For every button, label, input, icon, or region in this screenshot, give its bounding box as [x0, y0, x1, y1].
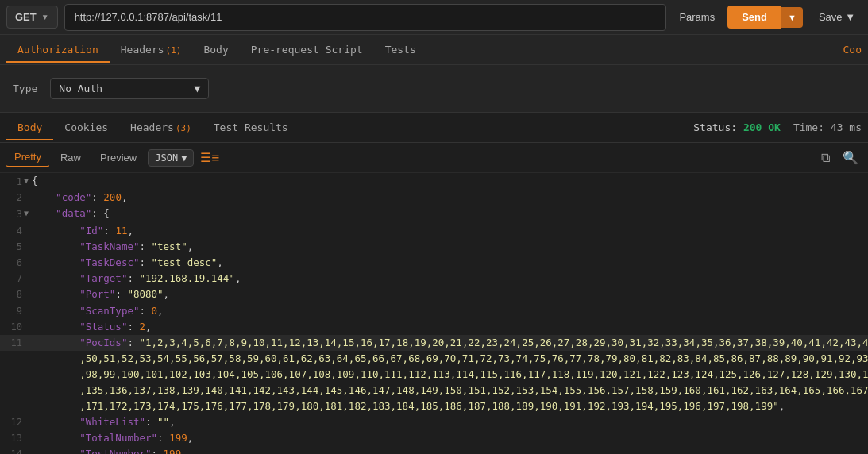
- table-row: ,98,99,100,101,102,103,104,105,106,107,1…: [0, 367, 868, 383]
- line-number: 2: [0, 190, 32, 206]
- cookies-link[interactable]: Coo: [843, 44, 862, 56]
- line-content: "Id": 11,: [32, 223, 868, 239]
- table-row: 9 "ScanType": 0,: [0, 303, 868, 319]
- table-row: 12 "WhiteList": "",: [0, 414, 868, 430]
- url-input[interactable]: [64, 4, 667, 31]
- format-chevron-icon: ▼: [181, 152, 187, 164]
- table-row: 4 "Id": 11,: [0, 223, 868, 239]
- line-content: {: [32, 173, 868, 190]
- auth-section: Type No Auth ▼: [0, 65, 868, 113]
- method-button[interactable]: GET ▼: [6, 6, 58, 29]
- line-number: 1▼: [0, 173, 32, 190]
- save-button[interactable]: Save ▼: [812, 11, 862, 23]
- table-row: ,50,51,52,53,54,55,56,57,58,59,60,61,62,…: [0, 351, 868, 367]
- line-content: "TotalNumber": 199,: [32, 430, 868, 446]
- raw-button[interactable]: Raw: [52, 148, 89, 167]
- response-status: Status: 200 OK: [693, 121, 781, 133]
- line-content: ,98,99,100,101,102,103,104,105,106,107,1…: [32, 367, 868, 383]
- top-bar: GET ▼ Params Send ▼ Save ▼: [0, 0, 868, 35]
- line-content: "Port": "8080",: [32, 287, 868, 302]
- request-tabs: Authorization Headers(1) Body Pre-reques…: [0, 35, 868, 65]
- line-number: 3▼: [0, 206, 32, 222]
- line-content: "TestNumber": 199,: [32, 446, 868, 454]
- line-number: [0, 398, 32, 414]
- line-content: "TaskDesc": "test desc",: [32, 255, 868, 271]
- line-content: "code": 200,: [32, 190, 868, 206]
- line-number: 14: [0, 446, 32, 454]
- line-number: 9: [0, 303, 32, 319]
- line-number: [0, 351, 32, 367]
- tab-response-cookies[interactable]: Cookies: [53, 115, 119, 140]
- tab-response-headers[interactable]: Headers(3): [119, 115, 203, 140]
- method-chevron-icon: ▼: [41, 13, 49, 21]
- status-value: 200 OK: [743, 121, 781, 133]
- line-number: 5: [0, 239, 32, 255]
- line-content: "ScanType": 0,: [32, 303, 868, 319]
- table-row: 5 "TaskName": "test",: [0, 239, 868, 255]
- line-number: 10: [0, 319, 32, 335]
- response-tabs: Body Cookies Headers(3) Test Results Sta…: [0, 113, 868, 143]
- tab-test-results[interactable]: Test Results: [203, 115, 299, 140]
- response-toolbar: Pretty Raw Preview JSON ▼ ☰≡ ⧉ 🔍: [0, 143, 868, 173]
- line-content: "data": {: [32, 206, 868, 222]
- line-number: [0, 383, 32, 398]
- table-row: 7 "Target": "192.168.19.144",: [0, 271, 868, 287]
- send-button[interactable]: Send: [727, 6, 781, 29]
- pretty-button[interactable]: Pretty: [6, 148, 49, 167]
- line-content: "Status": 2,: [32, 319, 868, 335]
- line-content: "WhiteList": "",: [32, 414, 868, 430]
- auth-type-select[interactable]: No Auth ▼: [50, 78, 209, 99]
- line-content: "TaskName": "test",: [32, 239, 868, 255]
- format-select[interactable]: JSON ▼: [148, 149, 194, 167]
- tab-headers[interactable]: Headers(1): [110, 37, 193, 62]
- preview-button[interactable]: Preview: [92, 148, 145, 167]
- collapse-arrow-icon[interactable]: ▼: [24, 207, 29, 220]
- table-row: 10 "Status": 2,: [0, 319, 868, 335]
- auth-select-chevron-icon: ▼: [194, 83, 200, 94]
- table-row: 8 "Port": "8080",: [0, 287, 868, 302]
- line-content: "PocIds": "1,2,3,4,5,6,7,8,9,10,11,12,13…: [32, 335, 868, 351]
- line-content: "Target": "192.168.19.144",: [32, 271, 868, 287]
- tab-pre-request-script[interactable]: Pre-request Script: [240, 37, 374, 62]
- table-row: 11 "PocIds": "1,2,3,4,5,6,7,8,9,10,11,12…: [0, 335, 868, 351]
- line-number: 4: [0, 223, 32, 239]
- line-number: 7: [0, 271, 32, 287]
- table-row: ,135,136,137,138,139,140,141,142,143,144…: [0, 383, 868, 398]
- word-wrap-icon[interactable]: ☰≡: [200, 150, 219, 165]
- line-number: 12: [0, 414, 32, 430]
- line-number: 13: [0, 430, 32, 446]
- tab-response-body[interactable]: Body: [6, 115, 53, 140]
- table-row: 3▼ "data": {: [0, 206, 868, 222]
- table-row: 6 "TaskDesc": "test desc",: [0, 255, 868, 271]
- method-label: GET: [15, 11, 37, 23]
- line-number: 11: [0, 335, 32, 351]
- table-row: 1▼{: [0, 173, 868, 190]
- table-row: 13 "TotalNumber": 199,: [0, 430, 868, 446]
- line-number: [0, 367, 32, 383]
- table-row: 2 "code": 200,: [0, 190, 868, 206]
- line-content: ,135,136,137,138,139,140,141,142,143,144…: [32, 383, 868, 398]
- send-dropdown-button[interactable]: ▼: [781, 7, 803, 28]
- line-content: ,50,51,52,53,54,55,56,57,58,59,60,61,62,…: [32, 351, 868, 367]
- table-row: ,171,172,173,174,175,176,177,178,179,180…: [0, 398, 868, 414]
- search-icon[interactable]: 🔍: [843, 150, 858, 165]
- params-button[interactable]: Params: [673, 11, 721, 23]
- code-area: 1▼{2 "code": 200,3▼ "data": {4 "Id": 11,…: [0, 173, 868, 454]
- auth-type-label: Type: [13, 83, 37, 94]
- send-button-group: Send ▼: [727, 6, 803, 29]
- tab-tests[interactable]: Tests: [374, 37, 427, 62]
- response-time: Time: 43 ms: [793, 121, 862, 133]
- line-content: ,171,172,173,174,175,176,177,178,179,180…: [32, 398, 868, 414]
- line-number: 6: [0, 255, 32, 271]
- line-number: 8: [0, 287, 32, 302]
- table-row: 14 "TestNumber": 199,: [0, 446, 868, 454]
- copy-icon[interactable]: ⧉: [821, 150, 830, 165]
- collapse-arrow-icon[interactable]: ▼: [24, 175, 29, 187]
- tab-body[interactable]: Body: [192, 37, 239, 62]
- tab-authorization[interactable]: Authorization: [6, 37, 110, 62]
